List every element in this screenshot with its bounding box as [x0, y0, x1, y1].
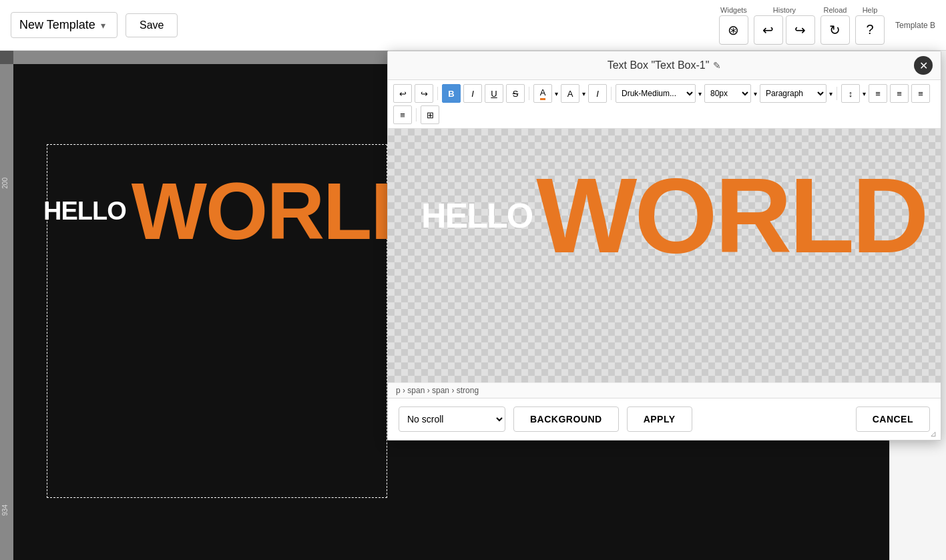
modal-breadcrumb: p › span › span › strong	[388, 382, 941, 398]
font-color-icon: A	[540, 87, 546, 100]
font-color-button[interactable]: A	[533, 84, 552, 103]
history-label: History	[773, 6, 796, 14]
modal-canvas[interactable]: HELLO WORLD	[388, 129, 941, 382]
breadcrumb-text: p › span › span › strong	[396, 386, 479, 395]
ruler-left: 200 934	[0, 64, 13, 560]
history-group: History ↩ ↪	[754, 6, 815, 45]
widgets-group: Widgets ⊛	[719, 6, 748, 45]
strikethrough-icon: S	[513, 89, 519, 99]
text-undo-icon: ↩	[399, 89, 407, 99]
bold-button[interactable]: B	[442, 84, 461, 103]
font-family-select[interactable]: Druk-Medium...	[616, 84, 696, 103]
grid-button[interactable]: ⊞	[421, 105, 439, 124]
font-family-arrow[interactable]: ▾	[698, 90, 702, 97]
align-justify-button[interactable]: ≡	[393, 105, 412, 124]
toolbar-separator-3	[611, 87, 612, 100]
line-height-button[interactable]: ↕	[841, 84, 860, 103]
font-size-select[interactable]: 80px	[704, 84, 751, 103]
undo-icon: ↩	[762, 22, 774, 38]
scroll-select[interactable]: No scroll Scroll Fade	[399, 406, 505, 432]
modal-footer: No scroll Scroll Fade BACKGROUND APPLY C…	[388, 398, 941, 440]
modal-header: Text Box "Text Box-1" ✎ ✕	[388, 51, 941, 80]
template-name: New Template	[19, 18, 95, 32]
redo-icon: ↪	[794, 22, 806, 38]
redo-button[interactable]: ↪	[786, 15, 815, 45]
underline-button[interactable]: U	[485, 84, 503, 103]
reload-label: Reload	[824, 6, 847, 14]
help-label: Help	[863, 6, 878, 14]
widgets-icons: ⊛	[719, 15, 748, 45]
template-b-partial: Template B	[895, 21, 935, 30]
modal-world-text: WORLD	[536, 162, 926, 269]
toolbar-separator-5	[416, 108, 417, 121]
align-center-button[interactable]: ≡	[890, 84, 909, 103]
italic-button[interactable]: I	[463, 84, 482, 103]
underline-icon: U	[491, 89, 497, 99]
highlight-button[interactable]: A	[561, 84, 579, 103]
hello-world-display: HELLO WORLD	[43, 171, 427, 251]
align-center-icon: ≡	[897, 89, 902, 99]
save-button[interactable]: Save	[126, 13, 178, 37]
text-undo-button[interactable]: ↩	[393, 84, 412, 103]
apply-button[interactable]: APPLY	[627, 406, 692, 432]
edit-title-icon[interactable]: ✎	[713, 60, 721, 71]
line-height-arrow[interactable]: ▾	[863, 90, 866, 97]
toolbar-separator-1	[437, 87, 438, 100]
modal-title: Text Box "Text Box-1"	[608, 59, 710, 71]
widgets-label: Widgets	[720, 6, 747, 14]
font-size-arrow[interactable]: ▾	[754, 90, 757, 97]
paragraph-arrow[interactable]: ▾	[829, 90, 833, 97]
text-box-modal: Text Box "Text Box-1" ✎ ✕ ↩ ↪ B I U S A …	[387, 51, 941, 441]
modal-hello-world: HELLO WORLD	[421, 162, 927, 269]
reload-icon: ↻	[829, 22, 841, 38]
align-right-icon: ≡	[918, 89, 923, 99]
close-icon: ✕	[919, 59, 928, 72]
widgets-icon-btn[interactable]: ⊛	[719, 15, 748, 45]
reload-group: Reload ↻	[820, 6, 850, 45]
paragraph-select[interactable]: Paragraph	[760, 84, 826, 103]
help-icon: ?	[866, 22, 873, 37]
italic-icon: I	[471, 89, 474, 99]
italic2-icon: I	[596, 89, 599, 99]
strikethrough-button[interactable]: S	[506, 84, 525, 103]
cancel-button[interactable]: CANCEL	[856, 406, 930, 432]
world-canvas-text: WORLD	[132, 171, 427, 251]
history-icons: ↩ ↪	[754, 15, 815, 45]
template-dropdown[interactable]: New Template ▾	[11, 12, 117, 38]
layers-icon: ⊛	[728, 22, 739, 38]
align-left-button[interactable]: ≡	[869, 84, 887, 103]
text-redo-button[interactable]: ↪	[415, 84, 433, 103]
modal-hello-text: HELLO	[421, 196, 532, 236]
ruler-mark-934: 934	[1, 505, 9, 516]
undo-button[interactable]: ↩	[754, 15, 783, 45]
hello-canvas-text: HELLO	[43, 197, 126, 226]
align-left-icon: ≡	[875, 89, 881, 99]
highlight-arrow[interactable]: ▾	[582, 90, 585, 97]
align-justify-icon: ≡	[400, 110, 405, 120]
grid-icon: ⊞	[427, 110, 434, 120]
text-editor-toolbar: ↩ ↪ B I U S A ▾ A ▾ I Druk-Medium	[388, 80, 941, 129]
toolbar-right: Widgets ⊛ History ↩ ↪ Reload ↻	[719, 6, 935, 45]
top-toolbar: New Template ▾ Save Widgets ⊛ History ↩ …	[0, 0, 946, 51]
toolbar-separator-2	[529, 87, 529, 100]
toolbar-separator-4	[837, 87, 837, 100]
italic2-button[interactable]: I	[588, 84, 607, 103]
help-group: Help ?	[855, 6, 885, 45]
template-b-text: Template B	[895, 21, 935, 30]
reload-button[interactable]: ↻	[820, 15, 850, 45]
modal-resize-handle[interactable]: ⊿	[930, 429, 941, 440]
help-button[interactable]: ?	[855, 15, 885, 45]
bold-icon: B	[448, 89, 454, 99]
dropdown-chevron-icon: ▾	[101, 20, 105, 31]
align-right-button[interactable]: ≡	[911, 84, 930, 103]
modal-close-button[interactable]: ✕	[914, 56, 933, 75]
text-redo-icon: ↪	[421, 89, 428, 99]
background-button[interactable]: BACKGROUND	[513, 406, 619, 432]
ruler-mark-200: 200	[1, 178, 9, 189]
highlight-icon: A	[567, 89, 573, 99]
font-color-arrow[interactable]: ▾	[555, 90, 558, 97]
line-height-icon: ↕	[849, 89, 853, 99]
